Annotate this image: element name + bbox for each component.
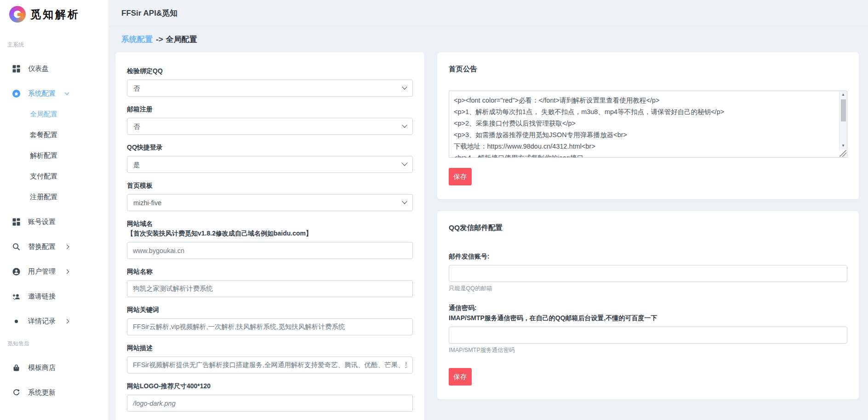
breadcrumb-separator: -> (156, 35, 163, 44)
sidebar-item-label: 仪表盘 (28, 64, 49, 73)
sidebar-item-replace-config[interactable]: 替换配置 (0, 242, 108, 252)
breadcrumb-parent-link[interactable]: 系统配置 (121, 35, 153, 44)
sidebar-item-label: 替换配置 (28, 242, 56, 251)
qq-mail-save-button[interactable]: 保存 (449, 368, 472, 385)
home-template-select[interactable]: mizhi-five (127, 194, 413, 211)
announcement-save-button[interactable]: 保存 (449, 168, 472, 185)
qq-quick-login-select[interactable]: 是 (127, 156, 413, 173)
textarea-scrollbar[interactable]: ▲ ▼ (839, 91, 847, 150)
sidebar-item-label: 模板商店 (28, 363, 56, 372)
site-logo-input[interactable] (127, 395, 413, 412)
sidebar-item-account-settings[interactable]: 账号设置 (0, 217, 108, 227)
sidebar-subitem-pay-config[interactable]: 支付配置 (0, 172, 108, 181)
dot-icon (12, 317, 20, 325)
breadcrumb: 系统配置->全局配置 (109, 26, 868, 52)
site-domain-label: 网站域名 【首次安装扶风计费觅知v1.8.2修改成自己域名例如baidu.com… (127, 219, 413, 238)
mail-password-input[interactable] (449, 327, 847, 344)
announcement-textarea[interactable]: <p><font color="red">必看：</font>请到解析设置里查看… (449, 91, 847, 158)
sidebar-subitem-global-config[interactable]: 全局配置 (0, 110, 108, 119)
shopping-bag-icon (12, 364, 20, 372)
scroll-up-icon[interactable]: ▲ (839, 91, 847, 98)
sidebar-subitem-parse-config[interactable]: 解析配置 (0, 151, 108, 161)
home-template-label: 首页模板 (127, 181, 413, 190)
home-circle-icon (12, 90, 20, 98)
qq-bind-select[interactable]: 否 (127, 80, 413, 97)
mail-password-help: IMAP/SMTP服务通信密码 (449, 346, 847, 354)
sidebar-subitem-package-config[interactable]: 套餐配置 (0, 131, 108, 140)
account-grid-icon (12, 218, 20, 226)
site-name-label: 网站名称 (127, 267, 413, 276)
mail-account-help: 只能是QQ的邮箱 (449, 285, 847, 293)
resize-grip-icon[interactable] (839, 150, 846, 157)
site-description-label: 网站描述 (127, 343, 413, 353)
announcement-card: 首页公告 <p><font color="red">必看：</font>请到解析… (437, 52, 859, 199)
logo-text: 觅知解析 (30, 7, 80, 22)
user-circle-icon (12, 268, 20, 276)
mail-password-label: 通信密码: IMAP/SMTP服务通信密码，在自己的QQ邮箱后台设置,不懂的可百… (449, 303, 847, 323)
announcement-title: 首页公告 (449, 64, 847, 74)
qq-mail-card: QQ发信邮件配置 邮件发信账号: 只能是QQ的邮箱 通信密码: IMAP/SMT… (437, 211, 859, 399)
chevron-right-icon (65, 269, 69, 274)
logo[interactable]: 觅知解析 (0, 0, 108, 27)
sidebar-section-main-label: 主系统 (7, 41, 108, 49)
page-title: FFSir API&觅知 (121, 8, 177, 18)
sidebar-item-label: 邀请链接 (28, 292, 56, 301)
global-config-card: 检验绑定QQ 否 邮箱注册 否 QQ快捷登录 是 (115, 52, 424, 420)
mail-account-label: 邮件发信账号: (449, 251, 847, 261)
search-replace-icon (12, 243, 20, 251)
email-register-select[interactable]: 否 (127, 118, 413, 135)
chevron-right-icon (65, 319, 69, 323)
sidebar-item-user-management[interactable]: 用户管理 (0, 266, 108, 276)
chevron-down-icon (65, 90, 69, 95)
refresh-icon (12, 389, 20, 397)
invite-user-icon (12, 293, 20, 300)
qq-quick-login-label: QQ快捷登录 (127, 143, 413, 152)
site-logo-label: 网站LOGO-推荐尺寸400*120 (127, 381, 413, 391)
top-header: FFSir API&觅知 (109, 0, 868, 26)
mail-account-input[interactable] (449, 265, 847, 282)
sidebar-item-label: 账号设置 (28, 218, 56, 226)
logo-g-icon (9, 6, 26, 23)
sidebar-section-after-label: 觅知售后 (7, 340, 108, 348)
sidebar-item-invite-link[interactable]: 邀请链接 (0, 291, 108, 301)
scroll-down-icon[interactable]: ▼ (839, 142, 847, 150)
sidebar-item-system-config[interactable]: 系统配置 (0, 88, 108, 98)
dashboard-grid-icon (12, 65, 20, 73)
sidebar-item-label: 系统更新 (28, 388, 56, 397)
site-keywords-label: 网站关键词 (127, 305, 413, 315)
chevron-right-icon (65, 244, 69, 249)
site-description-input[interactable] (127, 357, 413, 374)
sidebar-item-detail-records[interactable]: 详情记录 (0, 316, 108, 326)
qq-mail-title: QQ发信邮件配置 (449, 223, 847, 233)
mail-password-hint: IMAP/SMTP服务通信密码，在自己的QQ邮箱后台设置,不懂的可百度一下 (449, 313, 847, 323)
sidebar: 觅知解析 主系统 仪表盘 系统配置 全局配置 套餐配置 解析配置 支付配置 注册… (0, 0, 109, 420)
email-register-label: 邮箱注册 (127, 104, 413, 114)
breadcrumb-current: 全局配置 (166, 35, 197, 44)
site-domain-input[interactable] (127, 242, 413, 259)
sidebar-item-label: 详情记录 (28, 317, 56, 326)
sidebar-item-dashboard[interactable]: 仪表盘 (0, 63, 108, 74)
site-keywords-input[interactable] (127, 318, 413, 335)
site-name-input[interactable] (127, 280, 413, 297)
sidebar-subitem-register-config[interactable]: 注册配置 (0, 193, 108, 202)
qq-bind-label: 检验绑定QQ (127, 66, 413, 76)
sidebar-item-template-store[interactable]: 模板商店 (0, 362, 108, 373)
sidebar-item-label: 系统配置 (28, 89, 56, 98)
site-domain-hint: 【首次安装扶风计费觅知v1.8.2修改成自己域名例如baidu.com】 (127, 229, 413, 238)
sidebar-item-system-update[interactable]: 系统更新 (0, 387, 108, 397)
sidebar-item-label: 用户管理 (28, 267, 56, 276)
scrollbar-thumb[interactable] (841, 99, 846, 121)
